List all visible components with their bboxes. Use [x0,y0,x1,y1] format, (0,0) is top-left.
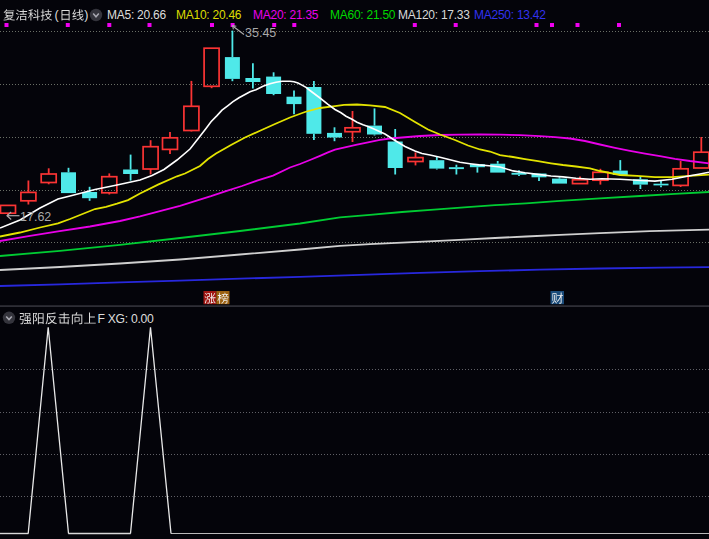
svg-text:MA60: 21.50: MA60: 21.50 [330,8,396,22]
svg-text:35.45: 35.45 [245,26,276,40]
svg-text:MA5: 20.66: MA5: 20.66 [107,8,166,22]
svg-text:MA120: 17.33: MA120: 17.33 [398,8,470,22]
svg-text:): ) [84,8,88,22]
svg-text:MA20: 21.35: MA20: 21.35 [253,8,319,22]
svg-text:MA250: 13.42: MA250: 13.42 [474,8,546,22]
svg-text:17.62: 17.62 [20,210,51,224]
svg-text:MA10: 20.46: MA10: 20.46 [176,8,242,22]
svg-text:F XG: 0.00: F XG: 0.00 [98,312,154,326]
